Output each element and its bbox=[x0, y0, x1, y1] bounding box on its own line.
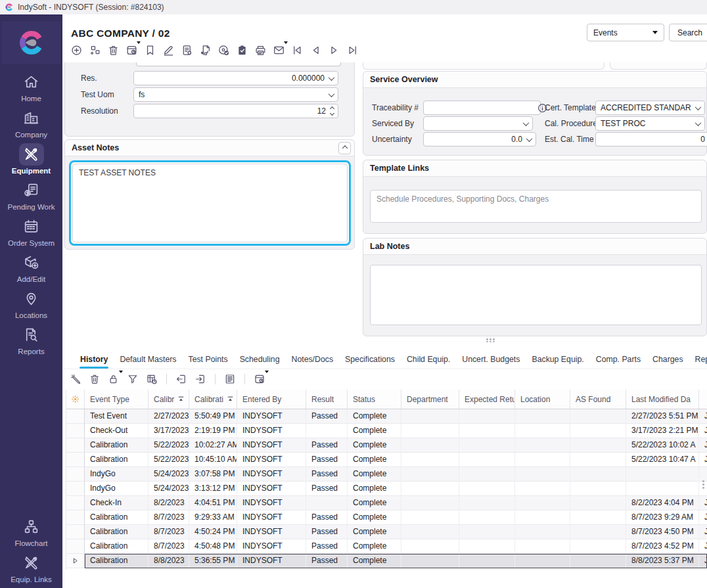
tab-repair-parts[interactable]: Repair Parts bbox=[689, 350, 707, 369]
table-row[interactable]: Calibration8/8/20235:36:55 PMINDYSOFTPas… bbox=[66, 554, 707, 568]
column-header-location[interactable]: Location bbox=[515, 390, 570, 409]
chevron-down-icon[interactable] bbox=[691, 117, 704, 130]
tab-history[interactable]: History bbox=[74, 350, 114, 369]
table-row[interactable]: Calibration8/7/20239:29:33 AMINDYSOFTPas… bbox=[66, 510, 707, 525]
sidebar-item-order-system[interactable]: Order System bbox=[0, 213, 62, 249]
table-row[interactable]: Calibration5/22/202310:02:27 AMINDYSOFTP… bbox=[66, 438, 707, 453]
nav-prev-button[interactable] bbox=[309, 43, 322, 57]
table-row[interactable]: Calibration8/7/20234:50:48 PMINDYSOFTPas… bbox=[66, 539, 707, 554]
filter-button[interactable] bbox=[126, 373, 139, 386]
table-cell bbox=[401, 510, 459, 525]
column-header-last-modified-da[interactable]: Last Modified Da bbox=[626, 390, 699, 409]
grid-settings-button[interactable] bbox=[145, 373, 158, 386]
traceability-input[interactable] bbox=[423, 101, 541, 115]
lab-notes-textarea[interactable] bbox=[370, 265, 702, 325]
flowchart-icon bbox=[19, 516, 44, 538]
delete-button[interactable] bbox=[88, 373, 101, 386]
column-header-extra[interactable] bbox=[699, 390, 707, 409]
event-calendar-button[interactable] bbox=[253, 373, 266, 386]
table-row[interactable]: Test Event2/27/20235:50:49 PMINDYSOFTPas… bbox=[66, 409, 707, 424]
check-out-button[interactable] bbox=[175, 373, 188, 386]
tab-backup-equip[interactable]: Backup Equip. bbox=[526, 350, 589, 369]
sidebar-item-add-edit[interactable]: Add/Edit bbox=[0, 249, 62, 285]
web-sync-button[interactable] bbox=[217, 43, 230, 57]
table-row[interactable]: Calibration8/7/20234:50:24 PMINDYSOFTPas… bbox=[66, 525, 707, 539]
serviced-by-dropdown[interactable] bbox=[423, 116, 533, 131]
column-header-entered-by[interactable]: Entered By bbox=[237, 390, 306, 409]
cal-procedure-dropdown[interactable]: TEST PROC bbox=[595, 116, 705, 131]
chevron-down-icon[interactable] bbox=[691, 101, 704, 114]
est-cal-time-input[interactable] bbox=[595, 132, 707, 147]
table-row[interactable]: IndyGo5/24/20233:13:12 PMINDYSOFTPassedC… bbox=[66, 482, 707, 496]
sidebar-item-reports[interactable]: Reports bbox=[0, 321, 62, 357]
nav-first-button[interactable] bbox=[290, 43, 304, 57]
event-calendar-button[interactable] bbox=[125, 43, 138, 57]
tasks-button[interactable] bbox=[235, 43, 248, 57]
table-cell: Complete bbox=[348, 438, 401, 453]
column-header-event-type[interactable]: Event Type bbox=[85, 390, 148, 409]
sidebar-item-pending-work[interactable]: Pending Work bbox=[0, 177, 62, 213]
collapse-chevron-button[interactable] bbox=[338, 142, 351, 154]
nav-next-button[interactable] bbox=[327, 43, 340, 57]
horizontal-splitter-handle[interactable] bbox=[486, 338, 495, 342]
table-row[interactable]: Check-In8/2/20234:04:51 PMINDYSOFTComple… bbox=[66, 496, 707, 510]
nav-last-button[interactable] bbox=[346, 43, 359, 57]
check-in-button[interactable] bbox=[194, 373, 207, 386]
delete-button[interactable] bbox=[106, 43, 120, 57]
tab-specifications[interactable]: Specifications bbox=[339, 350, 401, 369]
tab-charges[interactable]: Charges bbox=[647, 350, 689, 369]
column-header-department[interactable]: Department bbox=[401, 390, 459, 409]
info-icon[interactable] bbox=[537, 102, 548, 114]
tab-child-equip[interactable]: Child Equip. bbox=[401, 350, 456, 369]
clipped-input-above[interactable] bbox=[136, 62, 341, 66]
table-row[interactable]: Check-Out3/17/20232:19:19 PMINDYSOFTComp… bbox=[66, 424, 707, 438]
column-header-result[interactable]: Result bbox=[306, 390, 348, 409]
test-uom-dropdown[interactable]: fs bbox=[133, 87, 338, 102]
column-header-calibrati[interactable]: Calibrati bbox=[189, 390, 237, 409]
chevron-down-icon[interactable] bbox=[325, 72, 338, 85]
column-header-calibr[interactable]: Calibr bbox=[148, 390, 189, 409]
add-button[interactable] bbox=[70, 43, 83, 57]
tab-test-points[interactable]: Test Points bbox=[182, 350, 233, 369]
uncertainty-dropdown[interactable]: 0.0 bbox=[423, 132, 536, 147]
bookmark-button[interactable] bbox=[143, 43, 156, 57]
add-related-button[interactable] bbox=[88, 43, 101, 57]
print-button[interactable] bbox=[254, 43, 267, 57]
tab-comp-parts[interactable]: Comp. Parts bbox=[590, 350, 647, 369]
column-header-expected-retur[interactable]: Expected Retur bbox=[459, 390, 515, 409]
events-dropdown[interactable]: Events bbox=[587, 24, 664, 41]
tab-notes-docs[interactable]: Notes/Docs bbox=[286, 350, 340, 369]
asset-notes-textarea[interactable]: TEST ASSET NOTES bbox=[72, 164, 348, 242]
table-row[interactable]: Calibration5/22/202310:45:10 AMINDYSOFTP… bbox=[66, 453, 707, 467]
sidebar-item-flowchart[interactable]: Flowchart bbox=[0, 513, 62, 549]
tab-default-masters[interactable]: Default Masters bbox=[114, 350, 182, 369]
sidebar-item-home[interactable]: Home bbox=[0, 68, 62, 104]
import-document-button[interactable] bbox=[198, 43, 212, 57]
sidebar-item-company[interactable]: Company bbox=[0, 104, 62, 141]
chevron-down-icon[interactable] bbox=[325, 88, 338, 101]
table-row[interactable]: IndyGo5/24/20233:07:58 PMINDYSOFTPassedC… bbox=[66, 467, 707, 482]
add-document-button[interactable] bbox=[180, 43, 193, 57]
column-header-as-found[interactable]: AS Found bbox=[570, 390, 626, 409]
chevron-down-icon[interactable] bbox=[522, 133, 536, 146]
chevron-down-icon[interactable] bbox=[519, 117, 532, 130]
cert-template-dropdown[interactable]: ACCREDITED STANDARD bbox=[595, 101, 705, 115]
sidebar-item-locations[interactable]: Locations bbox=[0, 285, 62, 321]
tab-uncert-budgets[interactable]: Uncert. Budgets bbox=[456, 350, 526, 369]
res-dropdown[interactable]: 0.000000 bbox=[133, 71, 338, 85]
spinner-up-down-icon[interactable] bbox=[326, 104, 338, 118]
email-button[interactable] bbox=[272, 43, 285, 57]
resolution-spinner[interactable]: 12 bbox=[133, 104, 338, 118]
column-header-status[interactable]: Status bbox=[348, 390, 401, 409]
tab-scheduling[interactable]: Scheduling bbox=[234, 350, 286, 369]
lab-notes-header: Lab Notes bbox=[363, 238, 706, 255]
vertical-splitter-handle[interactable] bbox=[702, 480, 704, 490]
details-button[interactable] bbox=[223, 373, 237, 386]
magic-wand-button[interactable] bbox=[69, 373, 82, 386]
template-links-textarea[interactable]: Schedule Procedures, Supporting Docs, Ch… bbox=[370, 190, 702, 223]
sidebar-item-equip-links[interactable]: Equip. Links bbox=[0, 549, 62, 585]
search-button[interactable]: Search bbox=[669, 24, 707, 41]
sidebar-item-equipment[interactable]: Equipment bbox=[0, 141, 62, 177]
lock-button[interactable] bbox=[107, 373, 120, 386]
edit-button[interactable] bbox=[162, 43, 175, 57]
